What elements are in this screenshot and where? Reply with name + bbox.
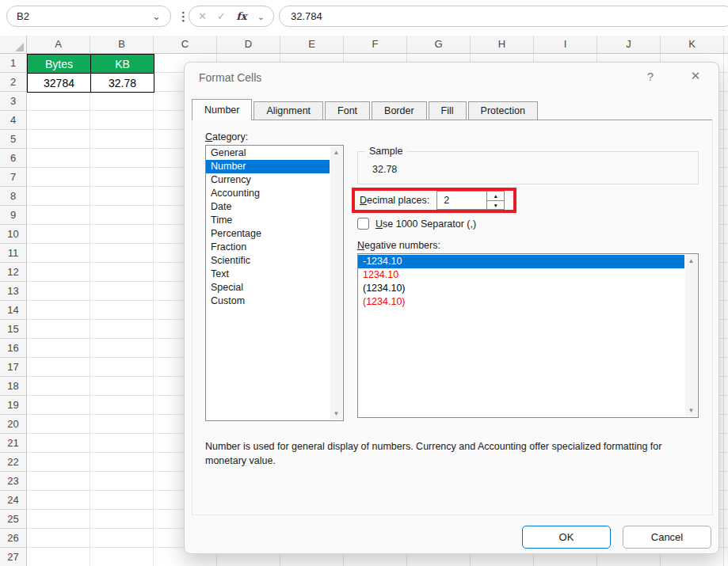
row-header-1[interactable]: 1 <box>0 54 27 73</box>
column-header-G[interactable]: G <box>407 36 471 53</box>
cell-B1[interactable]: KB <box>90 54 154 74</box>
category-label: Category: <box>205 131 248 142</box>
category-item-custom[interactable]: Custom <box>206 294 330 308</box>
negative-numbers-listbox[interactable]: -1234.101234.10(1234.10)(1234.10) ▲ ▼ <box>357 253 699 418</box>
row-header-27[interactable]: 27 <box>0 548 27 566</box>
row-header-5[interactable]: 5 <box>0 130 27 149</box>
row-header-22[interactable]: 22 <box>0 453 27 472</box>
close-icon[interactable]: ✕ <box>687 69 704 83</box>
category-item-special[interactable]: Special <box>206 281 330 294</box>
row-header-21[interactable]: 21 <box>0 434 27 453</box>
tab-font[interactable]: Font <box>325 101 370 120</box>
category-item-time[interactable]: Time <box>206 214 330 227</box>
cell-B2[interactable]: 32.78 <box>90 73 154 93</box>
column-header-A[interactable]: A <box>27 36 90 53</box>
thousand-separator-checkbox[interactable] <box>357 218 369 230</box>
cancel-button[interactable]: Cancel <box>623 526 711 549</box>
tab-protection[interactable]: Protection <box>468 101 538 120</box>
category-item-accounting[interactable]: Accounting <box>206 187 330 200</box>
decimal-places-label: Decimal places: <box>360 195 429 206</box>
row-header-9[interactable]: 9 <box>0 206 27 225</box>
formula-input[interactable]: 32.784 <box>279 6 728 27</box>
category-item-general[interactable]: General <box>206 146 330 160</box>
formula-bar: B2 ⌄ ⋮ ✕ ✓ fx ⌄ 32.784 <box>0 0 728 36</box>
scroll-up-icon[interactable]: ▲ <box>330 146 342 158</box>
sample-value: 32.78 <box>372 164 397 175</box>
formula-controls: ✕ ✓ fx ⌄ <box>189 6 274 27</box>
row-header-6[interactable]: 6 <box>0 149 27 168</box>
negative-item-3[interactable]: (1234.10) <box>358 295 684 309</box>
row-header-15[interactable]: 15 <box>0 320 27 339</box>
name-box-value: B2 <box>17 10 29 22</box>
row-header-12[interactable]: 12 <box>0 263 27 282</box>
spinner-up-icon[interactable]: ▲ <box>487 192 504 200</box>
column-header-C[interactable]: C <box>154 36 217 53</box>
row-header-17[interactable]: 17 <box>0 358 27 377</box>
category-item-scientific[interactable]: Scientific <box>206 254 330 268</box>
category-item-text[interactable]: Text <box>206 268 330 281</box>
insert-function-icon[interactable]: fx <box>236 10 246 22</box>
thousand-separator-row: Use 1000 Separator (,) <box>357 218 476 230</box>
row-header-26[interactable]: 26 <box>0 529 27 548</box>
name-box-dropdown-icon[interactable]: ⌄ <box>152 13 161 21</box>
category-item-date[interactable]: Date <box>206 200 330 214</box>
category-item-fraction[interactable]: Fraction <box>206 241 330 254</box>
row-header-13[interactable]: 13 <box>0 282 27 301</box>
row-header-8[interactable]: 8 <box>0 187 27 206</box>
cancel-entry-icon[interactable]: ✕ <box>198 10 207 22</box>
column-header-E[interactable]: E <box>280 36 344 53</box>
row-header-2[interactable]: 2 <box>0 73 27 92</box>
row-header-3[interactable]: 3 <box>0 92 27 111</box>
description-text: Number is used for general display of nu… <box>205 439 706 468</box>
tab-fill[interactable]: Fill <box>429 101 467 120</box>
cell-A2[interactable]: 32784 <box>27 73 91 93</box>
decimal-highlight-box: Decimal places: 2 ▲ ▼ <box>352 188 516 213</box>
category-item-number[interactable]: Number <box>206 160 330 173</box>
row-header-7[interactable]: 7 <box>0 168 27 187</box>
column-header-F[interactable]: F <box>344 36 407 53</box>
negative-item-1[interactable]: 1234.10 <box>358 268 684 282</box>
category-listbox[interactable]: GeneralNumberCurrencyAccountingDateTimeP… <box>205 145 344 421</box>
tab-border[interactable]: Border <box>372 101 427 120</box>
confirm-entry-icon[interactable]: ✓ <box>217 10 226 22</box>
scroll-down-icon[interactable]: ▼ <box>685 405 697 416</box>
negative-item-0[interactable]: -1234.10 <box>358 255 684 268</box>
spinner-down-icon[interactable]: ▼ <box>487 200 504 210</box>
column-header-I[interactable]: I <box>534 36 597 53</box>
select-all-corner[interactable] <box>0 36 27 53</box>
row-header-11[interactable]: 11 <box>0 244 27 263</box>
sample-legend: Sample <box>365 146 406 157</box>
help-button[interactable]: ? <box>642 70 658 83</box>
negative-items: -1234.101234.10(1234.10)(1234.10) <box>358 255 684 309</box>
row-header-20[interactable]: 20 <box>0 415 27 434</box>
column-header-J[interactable]: J <box>597 36 661 53</box>
row-header-18[interactable]: 18 <box>0 377 27 396</box>
row-header-24[interactable]: 24 <box>0 491 27 510</box>
decimal-places-input[interactable]: 2 ▲ ▼ <box>436 191 505 210</box>
ok-button[interactable]: OK <box>522 526 611 549</box>
name-box[interactable]: B2 ⌄ <box>6 6 171 27</box>
row-header-4[interactable]: 4 <box>0 111 27 130</box>
scroll-up-icon[interactable]: ▲ <box>685 255 697 267</box>
scroll-down-icon[interactable]: ▼ <box>330 408 342 420</box>
column-header-H[interactable]: H <box>471 36 534 53</box>
row-header-16[interactable]: 16 <box>0 339 27 358</box>
negative-scrollbar[interactable]: ▲ ▼ <box>685 255 697 416</box>
row-header-25[interactable]: 25 <box>0 510 27 529</box>
category-item-currency[interactable]: Currency <box>206 173 330 187</box>
tab-alignment[interactable]: Alignment <box>253 101 323 120</box>
column-header-D[interactable]: D <box>217 36 280 53</box>
column-header-B[interactable]: B <box>90 36 154 53</box>
column-header-K[interactable]: K <box>661 36 724 53</box>
cell-A1[interactable]: Bytes <box>27 54 91 74</box>
row-header-23[interactable]: 23 <box>0 472 27 491</box>
negative-item-2[interactable]: (1234.10) <box>358 282 684 295</box>
menu-dots-icon[interactable]: ⋮ <box>177 9 189 24</box>
tab-number[interactable]: Number <box>192 99 252 120</box>
row-header-14[interactable]: 14 <box>0 301 27 320</box>
row-header-19[interactable]: 19 <box>0 396 27 415</box>
category-item-percentage[interactable]: Percentage <box>206 227 330 241</box>
fx-dropdown-icon[interactable]: ⌄ <box>257 13 265 20</box>
row-header-10[interactable]: 10 <box>0 225 27 244</box>
category-scrollbar[interactable]: ▲ ▼ <box>330 146 342 420</box>
